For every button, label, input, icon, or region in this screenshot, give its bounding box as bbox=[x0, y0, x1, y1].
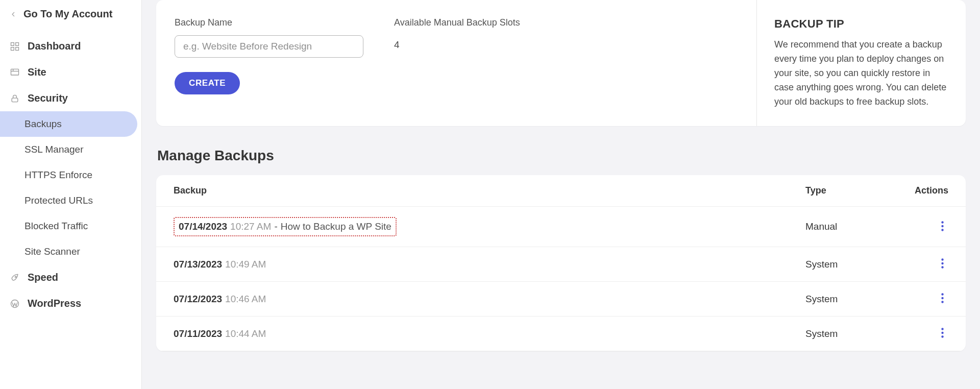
sidebar-item-label: Protected URLs bbox=[24, 195, 93, 206]
sidebar-item-label: Backups bbox=[24, 118, 62, 130]
svg-point-8 bbox=[15, 276, 16, 278]
sidebar-item-label: HTTPS Enforce bbox=[24, 169, 92, 181]
backup-date: 07/12/2023 bbox=[174, 294, 222, 305]
svg-point-21 bbox=[941, 336, 943, 338]
col-backup: Backup bbox=[174, 185, 805, 196]
go-to-account-link[interactable]: Go To My Account bbox=[0, 5, 141, 26]
backup-cell: 07/12/2023 10:46 AM bbox=[174, 294, 805, 305]
sidebar-item-label: SSL Manager bbox=[24, 144, 83, 155]
backup-time: 10:27 AM bbox=[230, 221, 271, 232]
available-slots-value: 4 bbox=[394, 35, 520, 51]
site-icon bbox=[9, 67, 20, 78]
backup-cell: 07/13/2023 10:49 AM bbox=[174, 259, 805, 270]
nav-speed[interactable]: Speed bbox=[0, 264, 141, 290]
backup-description: How to Backup a WP Site bbox=[281, 221, 391, 232]
backup-time: 10:49 AM bbox=[225, 259, 266, 270]
nav-dashboard[interactable]: Dashboard bbox=[0, 33, 141, 59]
table-row: 07/13/2023 10:49 AMSystem bbox=[156, 247, 966, 282]
nav-label: Site bbox=[28, 66, 46, 78]
lock-icon bbox=[9, 93, 20, 104]
svg-point-13 bbox=[941, 259, 943, 261]
nav-label: WordPress bbox=[28, 298, 81, 309]
row-actions bbox=[887, 327, 948, 341]
backup-name-group: Backup Name CREATE bbox=[175, 17, 363, 108]
table-row: 07/14/2023 10:27 AM - How to Backup a WP… bbox=[156, 207, 966, 247]
backup-tip-text: We recommend that you create a backup ev… bbox=[774, 38, 948, 109]
svg-rect-2 bbox=[11, 47, 14, 50]
main-content: Backup Name CREATE Available Manual Back… bbox=[142, 0, 980, 389]
backup-date: 07/13/2023 bbox=[174, 259, 222, 270]
kebab-menu-icon[interactable] bbox=[936, 220, 948, 232]
table-row: 07/11/2023 10:44 AMSystem bbox=[156, 317, 966, 351]
available-slots-group: Available Manual Backup Slots 4 bbox=[394, 17, 520, 108]
backup-cell: 07/11/2023 10:44 AM bbox=[174, 328, 805, 339]
row-actions bbox=[887, 257, 948, 271]
svg-point-11 bbox=[941, 225, 943, 227]
row-actions bbox=[887, 292, 948, 306]
sidebar-item-ssl-manager[interactable]: SSL Manager bbox=[0, 137, 141, 162]
create-button[interactable]: CREATE bbox=[175, 72, 240, 94]
go-to-account-label: Go To My Account bbox=[23, 8, 112, 20]
sidebar-item-protected-urls[interactable]: Protected URLs bbox=[0, 188, 141, 213]
security-subnav: Backups SSL Manager HTTPS Enforce Protec… bbox=[0, 111, 141, 264]
backup-type: Manual bbox=[805, 221, 887, 232]
arrow-left-icon bbox=[9, 10, 17, 18]
sidebar-item-backups[interactable]: Backups bbox=[0, 111, 137, 137]
nav-site[interactable]: Site bbox=[0, 59, 141, 85]
svg-rect-0 bbox=[11, 42, 14, 45]
svg-point-17 bbox=[941, 297, 943, 299]
backup-tip-title: BACKUP TIP bbox=[774, 17, 948, 31]
backup-type: System bbox=[805, 294, 887, 305]
kebab-menu-icon[interactable] bbox=[936, 257, 948, 270]
svg-rect-1 bbox=[16, 42, 19, 45]
available-slots-label: Available Manual Backup Slots bbox=[394, 17, 520, 28]
kebab-menu-icon[interactable] bbox=[936, 327, 948, 339]
table-header: Backup Type Actions bbox=[156, 175, 966, 207]
svg-point-18 bbox=[941, 301, 943, 303]
table-row: 07/12/2023 10:46 AMSystem bbox=[156, 282, 966, 317]
svg-point-20 bbox=[941, 332, 943, 334]
backups-table: Backup Type Actions 07/14/2023 10:27 AM … bbox=[156, 175, 966, 351]
svg-point-10 bbox=[941, 221, 943, 223]
speed-icon bbox=[9, 272, 20, 283]
sidebar-item-https-enforce[interactable]: HTTPS Enforce bbox=[0, 162, 141, 188]
sidebar-item-label: Site Scanner bbox=[24, 246, 80, 257]
sidebar-item-site-scanner[interactable]: Site Scanner bbox=[0, 239, 141, 264]
backup-date: 07/14/2023 bbox=[179, 221, 227, 232]
create-backup-card: Backup Name CREATE Available Manual Back… bbox=[156, 0, 966, 126]
nav-label: Dashboard bbox=[28, 40, 81, 52]
manage-backups-heading: Manage Backups bbox=[157, 148, 966, 164]
nav-label: Speed bbox=[28, 272, 58, 283]
backup-type: System bbox=[805, 259, 887, 270]
create-backup-form: Backup Name CREATE Available Manual Back… bbox=[156, 0, 756, 126]
svg-rect-7 bbox=[12, 98, 18, 102]
primary-nav: Dashboard Site Security Backups SSL Mana… bbox=[0, 33, 141, 317]
wordpress-icon bbox=[9, 298, 20, 309]
svg-rect-4 bbox=[11, 69, 19, 75]
sidebar-item-label: Blocked Traffic bbox=[24, 221, 88, 232]
backup-time: 10:44 AM bbox=[225, 328, 266, 339]
backup-date: 07/11/2023 bbox=[174, 328, 222, 339]
row-actions bbox=[887, 220, 948, 234]
backup-type: System bbox=[805, 328, 887, 339]
svg-point-12 bbox=[941, 229, 943, 231]
svg-point-14 bbox=[941, 262, 943, 264]
nav-security[interactable]: Security bbox=[0, 85, 141, 111]
nav-wordpress[interactable]: WordPress bbox=[0, 290, 141, 317]
nav-label: Security bbox=[28, 92, 68, 104]
kebab-menu-icon[interactable] bbox=[936, 292, 948, 304]
svg-point-16 bbox=[941, 294, 943, 296]
svg-point-15 bbox=[941, 266, 943, 269]
backup-cell: 07/14/2023 10:27 AM - How to Backup a WP… bbox=[174, 217, 805, 236]
backup-time: 10:46 AM bbox=[225, 294, 266, 305]
backup-name-label: Backup Name bbox=[175, 17, 363, 28]
col-actions: Actions bbox=[887, 185, 948, 196]
backup-tip-panel: BACKUP TIP We recommend that you create … bbox=[756, 0, 966, 126]
sidebar-item-blocked-traffic[interactable]: Blocked Traffic bbox=[0, 213, 141, 239]
svg-rect-3 bbox=[16, 47, 19, 50]
sidebar: Go To My Account Dashboard Site Security… bbox=[0, 0, 142, 389]
dashboard-icon bbox=[9, 41, 20, 52]
backup-name-input[interactable] bbox=[175, 35, 363, 58]
col-type: Type bbox=[805, 185, 887, 196]
svg-point-19 bbox=[941, 328, 943, 330]
